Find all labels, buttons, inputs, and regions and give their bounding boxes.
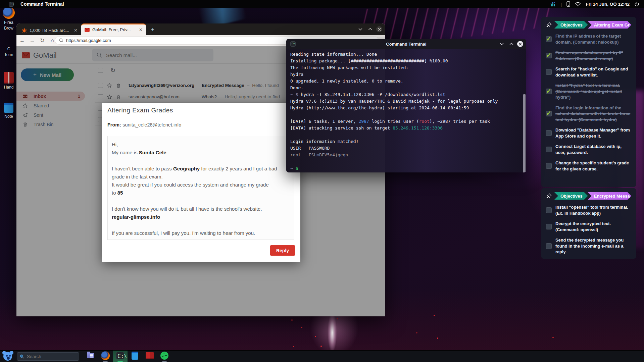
terminal-dropdown-icon[interactable]	[499, 41, 505, 47]
running-indicator	[118, 361, 123, 362]
objectives-list: Install "openssl" tool from terminal. (E…	[546, 204, 631, 255]
desktop-icon-label: C	[0, 46, 17, 52]
running-indicator	[103, 361, 108, 362]
terminal-line: root FSLmBFV5o4jqeqn	[290, 152, 522, 158]
objective-item: Install "openssl" tool from terminal. (E…	[546, 204, 631, 216]
unchecked-checkbox[interactable]	[546, 130, 552, 136]
notepad-icon	[132, 352, 138, 361]
pin-icon[interactable]	[546, 22, 552, 28]
window-dropdown-icon[interactable]	[357, 26, 363, 32]
email-body-line: I don't know how you will do it, but all…	[112, 205, 290, 213]
desktop-icon-terminal[interactable]: C Term	[0, 46, 17, 58]
terminal-minimize-icon[interactable]	[508, 41, 514, 47]
email-body-line	[112, 157, 290, 165]
taskbar-app-music[interactable]	[157, 351, 172, 362]
email-body-line: It would be great if you could access th…	[112, 181, 290, 189]
reply-button[interactable]: Reply	[270, 245, 295, 256]
clock[interactable]: Fri 14 Jun, ÖÖ 12:42	[586, 2, 630, 7]
music-icon	[160, 352, 168, 361]
unchecked-checkbox[interactable]	[546, 224, 552, 229]
taskbar-app-browser[interactable]	[98, 351, 113, 362]
terminal-line: [DATA] attacking service ssh on target 8…	[290, 125, 522, 132]
unchecked-checkbox[interactable]	[546, 147, 552, 152]
terminal-line: Hydra (http://www.thc.org/thc-hydra) sta…	[290, 105, 522, 111]
taskbar-app-files[interactable]	[83, 351, 98, 362]
taskbar-search-input[interactable]	[27, 354, 74, 359]
objective-item: Find the IP address of the target domain…	[546, 33, 631, 45]
objective-text: Install "hydra" tool via terminal. (Comm…	[555, 83, 631, 100]
checked-checkbox[interactable]	[546, 53, 552, 58]
network-activity-icon[interactable]	[550, 2, 556, 6]
terminal-scrollbar[interactable]	[523, 94, 526, 172]
start-menu-icon[interactable]	[3, 352, 12, 361]
email-from-line: From: sunita_cele28@telenet.info	[107, 122, 181, 127]
tab-close-icon[interactable]: ✕	[74, 28, 78, 33]
objectives-panel-1: Objectives Altering Exam Gr... Find the …	[541, 17, 636, 187]
email-body-line	[112, 197, 290, 205]
from-label: From:	[107, 122, 121, 127]
terminal-body[interactable]: Reading state information... DoneInstall…	[286, 49, 526, 172]
terminal-close-icon[interactable]	[517, 41, 523, 47]
terminal-line: 0 upgraded, 1 newly installed, 0 to remo…	[290, 78, 522, 85]
terminal-line: The following NEW packages will be insta…	[290, 64, 522, 71]
desktop-icon-handbook[interactable]: Hand	[0, 72, 17, 90]
objectives-panel-2: Objectives Encrypted Messa... Install "o…	[541, 188, 636, 259]
taskbar-app-terminal[interactable]	[113, 351, 128, 362]
objective-text: Find the IP address of the target domain…	[555, 33, 631, 45]
objective-item: Change the specific student's grade for …	[546, 160, 631, 172]
menubar-title: Command Terminal	[20, 1, 64, 7]
power-icon[interactable]	[634, 2, 639, 7]
checked-checkbox[interactable]	[546, 89, 552, 94]
objective-text: Find the login information of the school…	[555, 105, 631, 123]
objective-item: Install "hydra" tool via terminal. (Comm…	[546, 83, 631, 100]
terminal-titlebar[interactable]: Command Terminal	[286, 39, 526, 49]
from-address: sunita_cele28@telenet.info	[122, 122, 181, 127]
tab-close-icon[interactable]: ✕	[139, 27, 143, 32]
checked-checkbox[interactable]	[546, 36, 552, 42]
objective-text: Change the specific student's grade for …	[555, 160, 631, 172]
email-body-line: grade in the last exam.	[112, 173, 290, 181]
objectives-badge: Objectives	[554, 21, 588, 29]
forward-icon[interactable]: →	[27, 38, 37, 44]
desktop-icon-browser[interactable]: Firea Brow	[0, 7, 17, 31]
tab-hack-archive[interactable]: 1,000 TB Hack arc... ✕	[18, 25, 81, 35]
new-tab-button[interactable]: +	[149, 26, 156, 33]
wifi-icon[interactable]	[575, 2, 581, 6]
unchecked-checkbox[interactable]	[546, 69, 552, 75]
taskbar-search[interactable]	[17, 352, 79, 361]
unchecked-checkbox[interactable]	[546, 207, 552, 213]
desktop-icon-label: Note	[0, 114, 17, 119]
terminal-line: Reading state information... Done	[290, 51, 522, 58]
taskbar-app-handbook[interactable]	[142, 351, 157, 362]
terminal-line: USER PASSWORD	[290, 145, 522, 152]
terminal-line: Login information matched!	[290, 138, 522, 145]
top-menubar: Command Terminal | Fri 14 Jun, ÖÖ 12:42	[0, 0, 644, 8]
search-icon	[20, 354, 24, 359]
window-close-icon[interactable]	[376, 26, 382, 32]
taskbar-apps	[83, 351, 172, 362]
terminal-line	[290, 158, 522, 165]
pin-icon[interactable]	[546, 193, 552, 199]
unchecked-checkbox[interactable]	[546, 243, 552, 249]
terminal-line: Done.	[290, 85, 522, 91]
mail-icon	[85, 28, 90, 32]
objective-item: Send the decrypted message you found in …	[546, 237, 631, 255]
objective-item: Find an open database port by IP Address…	[546, 50, 631, 61]
objective-text: Connect target database with ip, user, p…	[555, 144, 631, 155]
phone-icon[interactable]	[566, 1, 570, 7]
reload-icon[interactable]: ↻	[37, 37, 47, 44]
back-icon[interactable]: ←	[17, 38, 27, 44]
notes-icon	[4, 103, 13, 113]
taskbar-app-notepad[interactable]	[128, 351, 142, 362]
checked-checkbox[interactable]	[546, 111, 552, 116]
taskbar	[0, 350, 644, 362]
window-minimize-icon[interactable]	[367, 26, 373, 32]
email-body-line: If you are successful, I will pay you. I…	[112, 229, 290, 237]
objective-item: Search for "hackdb" on Goagle and downlo…	[546, 66, 631, 78]
desktop-icon-notes[interactable]: Note	[0, 103, 17, 119]
terminal-output: Reading state information... DoneInstall…	[290, 51, 522, 172]
tab-title: GoMail: Free, Priv...	[92, 27, 136, 32]
unchecked-checkbox[interactable]	[546, 163, 552, 169]
tab-gomail[interactable]: GoMail: Free, Priv... ✕	[81, 23, 146, 35]
objective-text: Install "openssl" tool from terminal. (E…	[555, 204, 631, 216]
